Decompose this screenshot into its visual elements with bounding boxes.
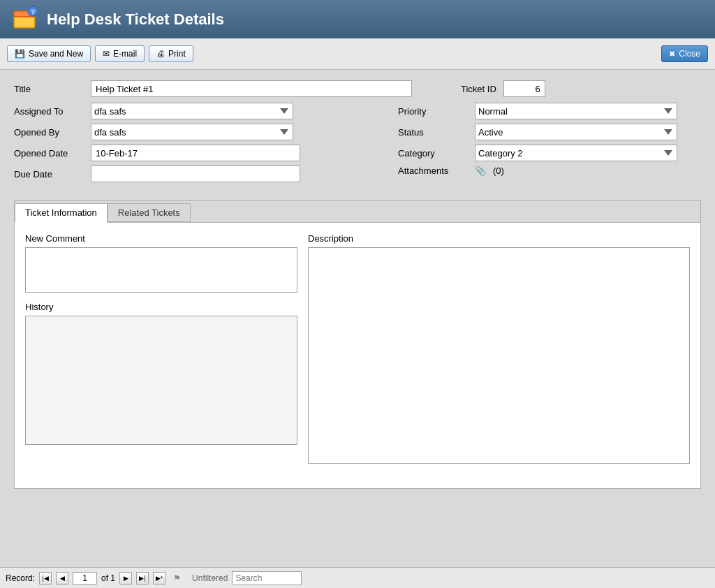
save-and-new-button[interactable]: Save and New <box>7 45 91 62</box>
record-label: Record: <box>6 573 35 583</box>
new-comment-label: New Comment <box>25 233 297 244</box>
app-icon: ? <box>10 6 38 34</box>
attachments-value: (0) <box>493 166 504 176</box>
tab-left-panel: New Comment History <box>25 233 297 466</box>
priority-label: Priority <box>398 106 468 117</box>
opened-by-select[interactable]: dfa safs <box>91 124 293 140</box>
email-button[interactable]: E-mail <box>95 45 145 62</box>
toolbar: Save and New E-mail Print Close <box>0 38 715 70</box>
attach-icon <box>475 166 486 176</box>
tab-ticket-information[interactable]: Ticket Information <box>15 203 108 223</box>
tabs-header: Ticket Information Related Tickets <box>15 201 700 223</box>
category-select[interactable]: Category 2 Category 1 Category 3 <box>475 145 677 161</box>
record-current-input[interactable] <box>73 572 97 585</box>
ticket-id-label: Ticket ID <box>461 84 496 94</box>
nav-next-button[interactable] <box>119 572 132 585</box>
page-title: Help Desk Ticket Details <box>47 10 224 29</box>
ticket-id-input[interactable] <box>503 80 545 97</box>
status-row: Status Active Closed Pending <box>398 124 701 140</box>
search-input[interactable] <box>232 571 302 585</box>
nav-new-button[interactable] <box>153 572 165 585</box>
priority-select[interactable]: Normal Low High Critical <box>475 103 677 119</box>
category-row: Category Category 2 Category 1 Category … <box>398 145 701 161</box>
status-bar: Record: of 1 ⚑ Unfiltered <box>0 567 715 588</box>
title-row: Title Ticket ID <box>14 80 701 97</box>
assigned-to-label: Assigned To <box>14 106 84 117</box>
new-comment-textarea[interactable] <box>25 247 297 293</box>
save-icon <box>15 49 25 59</box>
due-date-label: Due Date <box>14 169 84 179</box>
description-textarea[interactable] <box>308 247 690 464</box>
close-button[interactable]: Close <box>661 45 708 62</box>
opened-date-input[interactable] <box>91 145 300 161</box>
nav-first-button[interactable] <box>39 572 52 585</box>
close-icon <box>669 49 675 59</box>
history-box <box>25 316 297 445</box>
form-right-col: Priority Normal Low High Critical Status… <box>391 103 701 186</box>
form-section: Title Ticket ID Assigned To dfa safs Ope… <box>14 80 701 193</box>
tab-right-panel: Description <box>308 233 690 466</box>
tab-content-grid: New Comment History Description <box>25 233 690 466</box>
form-columns: Assigned To dfa safs Opened By dfa safs … <box>14 103 701 186</box>
email-icon <box>103 49 110 59</box>
opened-by-label: Opened By <box>14 127 84 138</box>
history-label: History <box>25 302 297 312</box>
tabs-container: Ticket Information Related Tickets New C… <box>14 200 701 489</box>
form-left-col: Assigned To dfa safs Opened By dfa safs … <box>14 103 391 186</box>
header: ? Help Desk Ticket Details <box>0 0 715 38</box>
attachments-label: Attachments <box>398 166 468 176</box>
opened-date-label: Opened Date <box>14 148 84 159</box>
category-label: Category <box>398 148 468 159</box>
filter-label: Unfiltered <box>192 573 228 583</box>
tab-content-ticket-info: New Comment History Description <box>15 223 700 488</box>
due-date-input[interactable] <box>91 166 300 182</box>
priority-row: Priority Normal Low High Critical <box>398 103 701 119</box>
assigned-to-select[interactable]: dfa safs <box>91 103 293 119</box>
attachments-row: Attachments (0) <box>398 166 701 176</box>
description-label: Description <box>308 233 690 244</box>
svg-text:?: ? <box>31 8 35 15</box>
main-content: Title Ticket ID Assigned To dfa safs Ope… <box>0 70 715 567</box>
status-select[interactable]: Active Closed Pending <box>475 124 677 140</box>
print-icon <box>156 49 165 59</box>
status-label: Status <box>398 127 468 138</box>
nav-last-button[interactable] <box>136 572 149 585</box>
due-date-row: Due Date <box>14 166 391 182</box>
record-total: of 1 <box>101 573 115 583</box>
tab-related-tickets[interactable]: Related Tickets <box>108 203 191 222</box>
opened-date-row: Opened Date <box>14 145 391 161</box>
nav-prev-button[interactable] <box>56 572 68 585</box>
assigned-to-row: Assigned To dfa safs <box>14 103 391 119</box>
title-label: Title <box>14 84 84 94</box>
title-input[interactable] <box>91 80 412 97</box>
opened-by-row: Opened By dfa safs <box>14 124 391 140</box>
print-button[interactable]: Print <box>149 45 193 62</box>
